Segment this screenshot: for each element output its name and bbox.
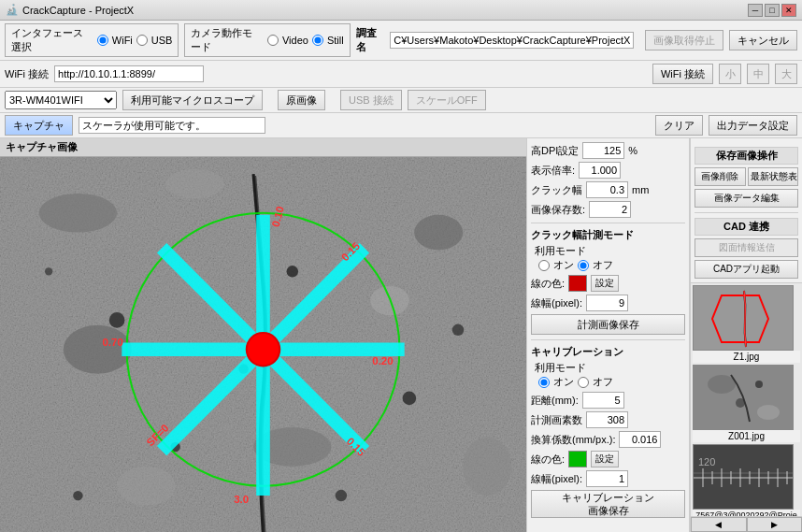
svg-point-9 xyxy=(117,467,176,506)
small-button[interactable]: 小 xyxy=(719,64,741,84)
latest-state-button[interactable]: 最新状態表示 xyxy=(748,167,799,186)
wifi-url-input[interactable] xyxy=(54,65,204,82)
thumbnail-item-2[interactable]: 120 7567@3@0020292@Proje xyxy=(693,444,800,516)
toolbar-row4: キャプチャ クリア 出力データ設定 xyxy=(0,113,802,138)
title-text: CrackCapture - ProjectX xyxy=(22,5,134,16)
crack-mode-section: クラック幅計測モード 利用モード オン オフ xyxy=(531,228,685,272)
save-measurement-button[interactable]: 計測画像保存 xyxy=(531,314,685,335)
line-color-box xyxy=(568,275,587,292)
close-button[interactable]: ✕ xyxy=(781,4,796,17)
capture-button[interactable]: キャプチャ xyxy=(5,115,73,136)
label-070: 0.70 xyxy=(102,337,122,348)
calibration-label: キャリブレーション xyxy=(531,345,685,359)
line-width-input[interactable] xyxy=(586,295,628,311)
calc-pixels-input xyxy=(586,411,628,428)
large-button[interactable]: 大 xyxy=(775,64,797,84)
line-color-button[interactable]: 設定 xyxy=(591,275,619,292)
video-radio[interactable] xyxy=(267,35,279,46)
svg-point-33 xyxy=(757,405,780,420)
available-scope-button[interactable]: 利用可能マイクロスコープ xyxy=(122,90,263,110)
thumbnail-item-1[interactable]: Z001.jpg xyxy=(693,365,800,442)
capture-image-area: 0.10 0.15 0.20 0.15 3.0 SF=0 0.70 xyxy=(0,157,526,532)
image-edit-button[interactable]: 画像データ編集 xyxy=(695,189,798,208)
line-color2-button[interactable]: 設定 xyxy=(591,451,619,467)
wifi-connect-button[interactable]: WiFi 接続 xyxy=(652,64,713,84)
line-width2-input[interactable] xyxy=(586,470,628,487)
device-selector[interactable]: 3R-WM401WIFI xyxy=(5,91,117,109)
calc-pixels-label: 計測画素数 xyxy=(531,413,582,427)
original-image-button[interactable]: 原画像 xyxy=(278,90,325,110)
svg-point-14 xyxy=(336,490,348,502)
app-icon: 🔬 xyxy=(6,4,19,16)
toolbar-row2: WiFi 接続 WiFi 接続 小 中 大 xyxy=(0,61,802,88)
image-save-count-input[interactable] xyxy=(589,201,631,218)
crack-on-label: オン xyxy=(553,258,574,272)
distance-input[interactable] xyxy=(582,392,624,409)
svg-point-11 xyxy=(287,266,299,278)
svg-point-15 xyxy=(73,491,82,500)
cancel-button[interactable]: キャンセル xyxy=(729,30,797,50)
wifi-connect-label: WiFi 接続 xyxy=(5,67,49,81)
svg-text:120: 120 xyxy=(698,456,715,467)
camera-mode-label: カメラ動作モード xyxy=(191,26,262,54)
thumb-label-1: Z001.jpg xyxy=(693,430,800,442)
svg-point-29 xyxy=(248,334,279,365)
usb-radio[interactable] xyxy=(136,35,148,46)
cad-link-label: CAD 連携 xyxy=(695,218,798,236)
output-data-button[interactable]: 出力データ設定 xyxy=(709,115,797,136)
line-color2-box xyxy=(568,451,587,467)
distance-label: 距離(mm): xyxy=(531,394,579,408)
crack-on-radio[interactable] xyxy=(538,260,550,271)
figure-info-button[interactable]: 図面情報送信 xyxy=(695,238,798,257)
conversion-input xyxy=(619,431,661,448)
calib-off-radio[interactable] xyxy=(578,377,589,388)
maximize-button[interactable]: □ xyxy=(765,4,780,17)
display-ratio-label: 表示倍率: xyxy=(531,164,575,178)
wifi-radio[interactable] xyxy=(97,35,108,46)
svg-point-35 xyxy=(755,381,763,388)
svg-point-8 xyxy=(463,438,511,496)
calib-use-mode-label: 利用モード xyxy=(535,361,586,375)
crack-mode-label: クラック幅計測モード xyxy=(531,228,685,242)
wifi-label: WiFi xyxy=(112,35,133,46)
crack-off-radio[interactable] xyxy=(578,260,589,271)
thumbnail-item-0[interactable]: Z1.jpg xyxy=(693,285,800,363)
svg-point-10 xyxy=(109,312,125,328)
clear-button[interactable]: クリア xyxy=(655,115,703,136)
scale-status-input xyxy=(79,117,265,134)
minimize-button[interactable]: ─ xyxy=(748,4,763,17)
calib-on-radio[interactable] xyxy=(538,377,550,388)
save-operations-label: 保存画像操作 xyxy=(695,147,798,165)
display-ratio-input[interactable] xyxy=(579,162,621,179)
svg-point-17 xyxy=(45,267,52,275)
line-width2-label: 線幅(pixel): xyxy=(531,472,582,486)
svg-point-2 xyxy=(39,194,117,233)
still-radio[interactable] xyxy=(312,35,323,46)
usb-label: USB xyxy=(151,35,173,46)
svg-point-4 xyxy=(414,215,463,251)
calib-off-label: オフ xyxy=(593,375,613,389)
title-bar: 🔬 CrackCapture - ProjectX ─ □ ✕ xyxy=(0,0,802,21)
delete-image-button[interactable]: 画像削除 xyxy=(695,167,746,186)
cad-app-button[interactable]: CADアプリ起動 xyxy=(695,260,798,279)
right-panel: 保存画像操作 画像削除 最新状態表示 画像データ編集 CAD 連携 図面情報送信… xyxy=(690,138,802,532)
usb-connect-button[interactable]: USB 接続 xyxy=(340,90,402,110)
high-dpi-input[interactable] xyxy=(582,142,624,159)
survey-label: 調査名 xyxy=(356,26,385,54)
crack-width-input[interactable] xyxy=(586,181,628,198)
image-save-count-label: 画像保存数: xyxy=(531,203,585,217)
high-dpi-unit: % xyxy=(628,145,637,156)
crack-width-label: クラック幅 xyxy=(531,183,582,197)
svg-point-3 xyxy=(165,169,224,198)
stop-capture-button[interactable]: 画像取得停止 xyxy=(645,30,723,50)
interface-label: インタフェース選択 xyxy=(11,26,92,54)
medium-button[interactable]: 中 xyxy=(747,64,769,84)
scale-off-button[interactable]: スケールOFF xyxy=(408,90,486,110)
survey-input[interactable] xyxy=(390,32,634,49)
thumb-label-2: 7567@3@0020292@Proje xyxy=(693,510,800,516)
use-mode-label: 利用モード xyxy=(535,244,586,258)
scroll-left-button[interactable]: ◀ xyxy=(691,517,747,532)
scroll-right-button[interactable]: ▶ xyxy=(747,517,803,532)
calib-save-button[interactable]: キャリブレーション画像保存 xyxy=(531,490,685,518)
crack-width-unit: mm xyxy=(632,184,649,195)
